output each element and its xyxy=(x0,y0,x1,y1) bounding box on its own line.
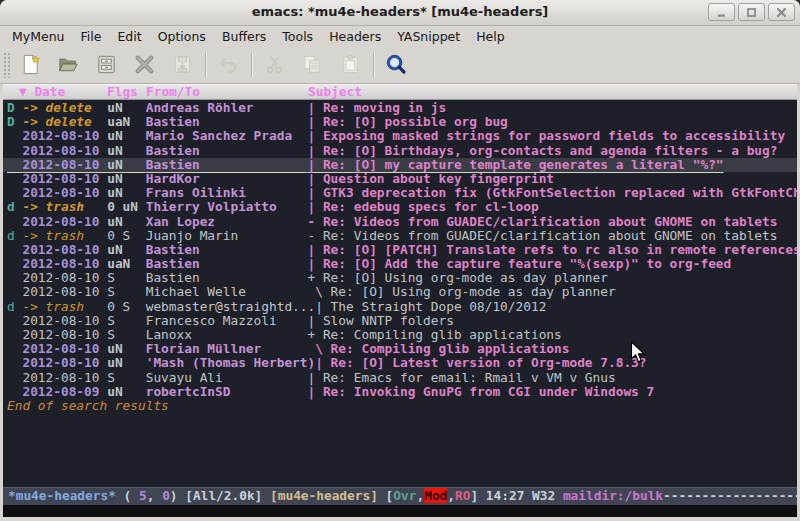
header-row[interactable]: D -> delete uN Andreas Röhler | Re: movi… xyxy=(3,101,797,115)
menu-yasnippet[interactable]: YASnippet xyxy=(389,27,468,46)
search-button[interactable] xyxy=(383,52,409,78)
save-button[interactable] xyxy=(93,52,119,78)
header-row-current[interactable]: 2012-08-10 uN Bastien | Re: [O] my captu… xyxy=(3,158,797,172)
toolbar xyxy=(0,46,800,84)
header-row[interactable]: 2012-08-10 S Michael Welle \ Re: [O] Usi… xyxy=(3,285,797,299)
modeline-segment-violet: 0 xyxy=(162,488,170,503)
modeline-segment-fg: , xyxy=(447,488,455,503)
row-date: -> trash xyxy=(22,200,107,214)
header-row[interactable]: d -> trash 0 S webmaster@straightd...| T… xyxy=(3,300,797,314)
close-buffer-button[interactable] xyxy=(131,52,157,78)
header-row[interactable]: 2012-08-10 uN Frans Oilinki | GTK3 depre… xyxy=(3,186,797,200)
row-mark xyxy=(7,243,22,257)
header-row[interactable]: d -> trash 0 S Juanjo Marin - Re: Videos… xyxy=(3,229,797,243)
header-row[interactable]: 2012-08-10 uN Bastien | Re: [O] Birthday… xyxy=(3,144,797,158)
end-of-results-message: End of search results xyxy=(7,399,797,413)
header-row[interactable]: 2012-08-10 uaN Bastien | Re: [O] Add the… xyxy=(3,257,797,271)
row-subject: | Re: [O] Latest version of Org-mode 7.8… xyxy=(315,356,646,370)
header-row[interactable]: D -> delete uaN Bastien | Re: [O] possib… xyxy=(3,115,797,129)
row-from: Suvayu Ali xyxy=(146,371,308,385)
save-icon xyxy=(95,53,118,76)
row-mark xyxy=(7,215,22,229)
header-row[interactable]: 2012-08-10 S Suvayu Ali | Re: Emacs for … xyxy=(3,371,797,385)
header-row[interactable]: 2012-08-10 uN Florian Müllner \ Re: Comp… xyxy=(3,342,797,356)
header-row[interactable]: 2012-08-10 uN HardKor | Question about k… xyxy=(3,172,797,186)
row-from: robertcInSD xyxy=(146,385,308,399)
row-from: Xan Lopez xyxy=(146,215,308,229)
menu-options[interactable]: Options xyxy=(150,27,214,46)
row-subject: \ Re: Compiling glib applications xyxy=(308,342,570,356)
row-subject: | Re: [O] possible org bug xyxy=(308,115,508,129)
row-mark xyxy=(7,158,22,172)
row-from: Bastien xyxy=(146,158,308,172)
column-header-from[interactable]: From/To xyxy=(146,85,200,99)
maximize-button[interactable] xyxy=(738,3,765,21)
modeline-segment-fg: ( xyxy=(116,488,139,503)
header-row[interactable]: 2012-08-09 uN robertcInSD | Re: Invoking… xyxy=(3,385,797,399)
open-file-button[interactable] xyxy=(55,52,81,78)
row-subject: - Re: Videos from GUADEC/clarification a… xyxy=(308,215,778,229)
header-row[interactable]: 2012-08-10 uN Bastien | Re: [O] [PATCH] … xyxy=(3,243,797,257)
header-row[interactable]: 2012-08-10 uN Mario Sanchez Prada | Expo… xyxy=(3,129,797,143)
echo-area[interactable] xyxy=(3,505,797,517)
row-mark: D xyxy=(7,101,22,115)
modeline-segment-teal: Ovr xyxy=(393,488,416,503)
column-header-date[interactable]: ▼ Date xyxy=(19,85,65,99)
header-row[interactable]: d -> trash 0 uN Thierry Volpiatto | Re: … xyxy=(3,200,797,214)
toolbar-separator xyxy=(251,53,253,77)
header-row[interactable]: 2012-08-10 S Francesco Mazzoli | Slow NN… xyxy=(3,314,797,328)
row-flags: uN xyxy=(107,101,146,115)
menu-edit[interactable]: Edit xyxy=(109,27,149,46)
search-icon xyxy=(385,53,408,76)
column-header-flags[interactable]: Flgs xyxy=(107,85,138,99)
header-row[interactable]: 2012-08-10 uN Xan Lopez - Re: Videos fro… xyxy=(3,215,797,229)
row-subject: | Exposing masked strings for password f… xyxy=(308,129,786,143)
row-mark xyxy=(7,285,22,299)
row-subject: | Re: [O] Add the capture feature "%(sex… xyxy=(308,257,732,271)
row-mark xyxy=(7,385,22,399)
menu-headers[interactable]: Headers xyxy=(321,27,389,46)
close-icon xyxy=(776,7,787,18)
mu4e-headers-buffer[interactable]: D -> delete uN Andreas Röhler | Re: movi… xyxy=(3,100,797,487)
menu-mymenu[interactable]: MyMenu xyxy=(4,27,73,46)
column-header-subject[interactable]: Subject xyxy=(308,85,362,99)
row-date: 2012-08-10 xyxy=(22,158,107,172)
row-subject: | The Straight Dope 08/10/2012 xyxy=(315,300,546,314)
toolbar-grip-handle[interactable] xyxy=(3,52,11,78)
row-flags: uaN xyxy=(107,257,146,271)
modeline-segment-fg: ] xyxy=(470,488,485,503)
menu-tools[interactable]: Tools xyxy=(274,27,321,46)
row-date: -> delete xyxy=(22,101,107,115)
row-from: HardKor xyxy=(146,172,308,186)
minimize-button[interactable] xyxy=(708,3,735,21)
row-mark xyxy=(7,172,22,186)
row-date: 2012-08-10 xyxy=(22,356,107,370)
row-flags: uN xyxy=(107,342,146,356)
modeline-segment-fg: ----------------------------------------… xyxy=(663,488,797,503)
header-row[interactable]: 2012-08-10 S Bastien + Re: [O] Using org… xyxy=(3,271,797,285)
close-button[interactable] xyxy=(768,3,795,21)
row-flags: S xyxy=(107,271,146,285)
row-from: Florian Müllner xyxy=(146,342,308,356)
new-file-button[interactable] xyxy=(17,52,43,78)
header-row[interactable]: 2012-08-10 S Lanoxx + Re: Compiling glib… xyxy=(3,328,797,342)
row-subject: - Re: Videos from GUADEC/clarification a… xyxy=(308,229,778,243)
row-flags: uN xyxy=(107,186,146,200)
menu-buffers[interactable]: Buffers xyxy=(214,27,274,46)
modeline-segment-tan: [mu4e-headers] xyxy=(270,488,378,503)
row-from: Bastien xyxy=(146,257,308,271)
row-date: 2012-08-10 xyxy=(22,285,107,299)
row-subject: | Question about key fingerprint xyxy=(308,172,555,186)
row-from: Lanoxx xyxy=(146,328,308,342)
maximize-icon xyxy=(746,7,757,18)
mode-line: *mu4e-headers* ( 5, 0) [All/2.0k] [mu4e-… xyxy=(3,487,797,505)
menu-bar: MyMenuFileEditOptionsBuffersToolsHeaders… xyxy=(0,26,800,46)
header-row[interactable]: 2012-08-10 uN 'Mash (Thomas Herbert)| Re… xyxy=(3,356,797,370)
row-subject: | Re: Emacs for email: Rmail v VM v Gnus xyxy=(308,371,616,385)
row-subject: | Re: [O] Birthdays, org-contacts and ag… xyxy=(308,144,778,158)
row-subject: \ Re: [O] Using org-mode as day planner xyxy=(308,285,616,299)
title-bar[interactable]: emacs: *mu4e-headers* [mu4e-headers] xyxy=(0,0,800,26)
new-file-icon xyxy=(19,53,42,76)
menu-file[interactable]: File xyxy=(73,27,110,46)
menu-help[interactable]: Help xyxy=(468,27,513,46)
